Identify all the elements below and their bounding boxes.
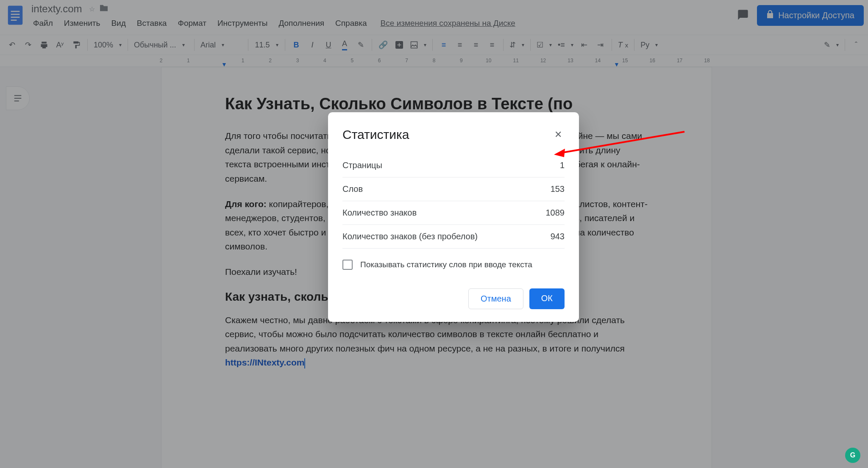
stat-label: Количество знаков (без пробелов) [342,232,478,241]
grammarly-badge-icon[interactable]: G [845,448,860,463]
stat-label: Количество знаков [342,208,417,218]
stat-row-chars: Количество знаков 1089 [342,201,565,225]
stat-label: Слов [342,184,363,194]
checkbox-icon[interactable] [342,260,353,270]
checkbox-label: Показывать статистику слов при вводе тек… [360,260,532,269]
stat-value: 1089 [546,208,565,218]
stat-row-words: Слов 153 [342,177,565,201]
cancel-button[interactable]: Отмена [468,288,523,309]
stat-row-pages: Страницы 1 [342,154,565,177]
display-while-typing-option[interactable]: Показывать статистику слов при вводе тек… [342,260,565,270]
word-count-dialog: Статистика ✕ Страницы 1 Слов 153 Количес… [328,112,579,322]
ok-button[interactable]: ОК [529,288,565,309]
dialog-title: Статистика [342,127,409,142]
stat-row-chars-no-spaces: Количество знаков (без пробелов) 943 [342,225,565,249]
stat-value: 153 [551,184,565,194]
stat-label: Страницы [342,161,382,170]
stat-value: 1 [560,161,565,170]
stat-value: 943 [551,232,565,241]
close-icon[interactable]: ✕ [552,127,565,143]
